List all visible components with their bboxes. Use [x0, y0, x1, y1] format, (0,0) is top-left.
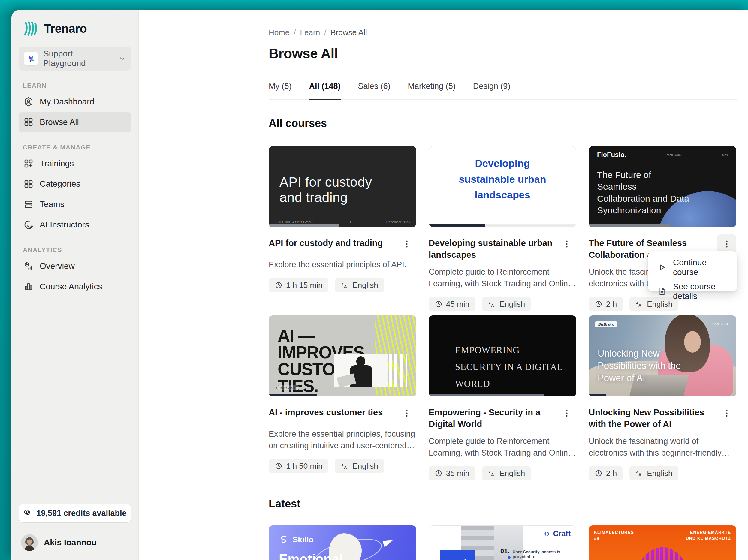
tab-all[interactable]: All (148)	[309, 80, 341, 100]
slide-security-label: Security	[440, 550, 475, 560]
sidebar-item-label: Browse All	[40, 117, 79, 127]
thumbnail-slide-title: API for custody and trading	[279, 175, 378, 205]
clock-icon	[435, 469, 442, 477]
course-description: Complete guide to Reinforcement Learning…	[429, 266, 576, 289]
sidebar-item-overview[interactable]: Overview	[19, 256, 131, 276]
header-divider	[268, 69, 737, 69]
sidebar-item-label: AI Instructors	[40, 220, 89, 230]
course-menu-button[interactable]	[557, 404, 576, 423]
sidebar-item-trainings[interactable]: Trainings	[19, 153, 131, 174]
sidebar-item-my-dashboard[interactable]: My Dashboard	[19, 92, 131, 112]
course-title[interactable]: Developing sustainable urban landscapes	[429, 237, 557, 261]
course-context-menu: Continue course See course details	[648, 251, 737, 291]
sidebar-item-teams[interactable]: Teams	[19, 194, 131, 215]
course-title[interactable]: Unlocking New Possibilities with the Pow…	[589, 407, 717, 430]
sidebar-item-label: Teams	[40, 200, 64, 209]
thumbnail-slide-title: EMPOWERING - SECURITY IN A DIGITAL WORLD	[455, 342, 576, 392]
translate-icon: zA	[635, 300, 643, 308]
section-heading-latest: Latest	[268, 498, 737, 510]
trenaro-logo-icon	[22, 20, 39, 37]
language-tag: zA English	[482, 466, 531, 481]
page-title: Browse All	[268, 46, 737, 61]
course-thumbnail[interactable]: API for custody and trading SUDENDC Asse…	[268, 146, 416, 227]
course-thumbnail[interactable]: Developing sustainable urban landscapes	[429, 146, 576, 227]
slide-date-badge: MAY 2023	[277, 385, 299, 391]
category-tabs: My (5) All (148) Sales (6) Marketing (5)…	[268, 80, 737, 100]
kebab-icon	[402, 239, 411, 249]
breadcrumb-home[interactable]: Home	[268, 28, 289, 38]
course-description: Unlock the fascinating world of electron…	[589, 436, 736, 459]
tab-my[interactable]: My (5)	[268, 80, 292, 100]
course-menu-button[interactable]	[397, 234, 416, 254]
thumbnail-slide-title: The Future of Seamless Collaboration and…	[597, 169, 690, 216]
course-title[interactable]: AI - improves customer ties	[268, 407, 397, 418]
hummingbird-icon	[24, 52, 38, 65]
tab-marketing[interactable]: Marketing (5)	[408, 80, 455, 100]
sidebar-footer: 19,591 credits available Akis Ioannou	[19, 504, 131, 551]
menu-item-continue-course[interactable]: Continue course	[648, 255, 737, 279]
course-thumbnail[interactable]: EMPOWERING - SECURITY IN A DIGITAL WORLD	[429, 316, 576, 396]
latest-card: Security Craft 01. User Security, access…	[429, 526, 576, 560]
progress-bar	[429, 394, 576, 396]
thumbnail-slide-title: Emotional intelligence	[279, 551, 416, 560]
course-card: Developing sustainable urban landscapes …	[429, 146, 576, 311]
duration-tag: 1 h 15 min	[268, 278, 328, 292]
sidebar-item-course-analytics[interactable]: Course Analytics	[19, 276, 131, 297]
file-text-icon	[657, 287, 667, 296]
course-thumbnail[interactable]: Skillo Emotional intelligence	[268, 526, 416, 560]
course-thumbnail[interactable]: FloFusio. Pitch Deck 2024 The Future of …	[589, 146, 736, 227]
clock-icon	[594, 300, 602, 308]
clock-icon	[275, 462, 282, 470]
course-description: Complete guide to Reinforcement Learning…	[429, 436, 576, 459]
face-edit-icon	[23, 220, 33, 230]
sidebar-item-categories[interactable]: Categories	[19, 174, 131, 194]
app-frame: Trenaro Support Playground LEARN	[0, 0, 748, 560]
course-description: Explore the essential principles, focusi…	[268, 428, 416, 452]
thumbnail-slide-footer: SUDENDC Assets GmbH 01 December 2023	[268, 220, 416, 224]
course-menu-button[interactable]	[397, 404, 416, 423]
course-menu-button[interactable]	[557, 234, 576, 254]
section-label-create-manage: CREATE & MANAGE	[23, 144, 131, 151]
course-menu-button[interactable]	[717, 404, 736, 423]
user-name: Akis Ioannou	[44, 538, 97, 547]
course-menu-button[interactable]	[717, 234, 736, 254]
sidebar-item-label: My Dashboard	[40, 97, 94, 107]
svg-text:A: A	[491, 472, 494, 477]
breadcrumb-learn[interactable]: Learn	[300, 28, 320, 38]
course-thumbnail[interactable]: KLIMALECTURES #8 ENERGIEMÄRKTE UND KLIMA…	[589, 526, 736, 560]
credits-label: 19,591 credits available	[36, 509, 126, 518]
kebab-icon	[722, 409, 731, 418]
kebab-icon	[402, 409, 411, 418]
course-thumbnail[interactable]: BizBrain. April 2024 Unlocking New Possi…	[589, 316, 736, 396]
course-thumbnail[interactable]: AI — IMPROVES CUSTOMER TIES. MAY 2023	[268, 316, 416, 396]
latest-card: Skillo Emotional intelligence	[268, 526, 416, 560]
user-menu[interactable]: Akis Ioannou	[19, 534, 131, 551]
svg-text:A: A	[638, 472, 641, 477]
credits-button[interactable]: 19,591 credits available	[19, 504, 131, 523]
menu-item-see-course-details[interactable]: See course details	[648, 279, 737, 303]
course-title[interactable]: Empowering - Security in a Digital World	[429, 407, 557, 430]
duration-tag: 2 h	[589, 466, 623, 481]
translate-icon: zA	[488, 300, 496, 308]
workspace-selector[interactable]: Support Playground	[19, 47, 131, 71]
slide-brand: Skillo	[279, 535, 313, 545]
sidebar-item-ai-instructors[interactable]: AI Instructors	[19, 215, 131, 235]
tab-sales[interactable]: Sales (6)	[358, 80, 391, 100]
course-thumbnail[interactable]: Security Craft 01. User Security, access…	[429, 526, 576, 560]
craft-logo-icon	[543, 530, 551, 538]
clock-icon	[594, 469, 602, 477]
course-title[interactable]: API for custody and trading	[268, 237, 397, 249]
language-tag: zA English	[629, 466, 678, 481]
course-card: AI — IMPROVES CUSTOMER TIES. MAY 2023 AI…	[268, 316, 416, 481]
sidebar-item-browse-all[interactable]: Browse All	[19, 112, 131, 132]
tab-design[interactable]: Design (9)	[473, 80, 511, 100]
slide-header-right: April 2024	[712, 322, 728, 326]
slide-header-right: ENERGIEMÄRKTE UND KLIMASCHUTZ	[686, 530, 731, 541]
svg-text:z: z	[636, 470, 638, 474]
sidebar-item-label: Course Analytics	[40, 282, 102, 291]
language-tag: zA English	[335, 459, 384, 473]
slide-photo	[334, 354, 388, 388]
avatar	[21, 534, 38, 551]
course-card: API for custody and trading SUDENDC Asse…	[268, 146, 416, 311]
thumbnail-slide-title: Unlocking New Possibilities with the Pow…	[598, 348, 691, 384]
